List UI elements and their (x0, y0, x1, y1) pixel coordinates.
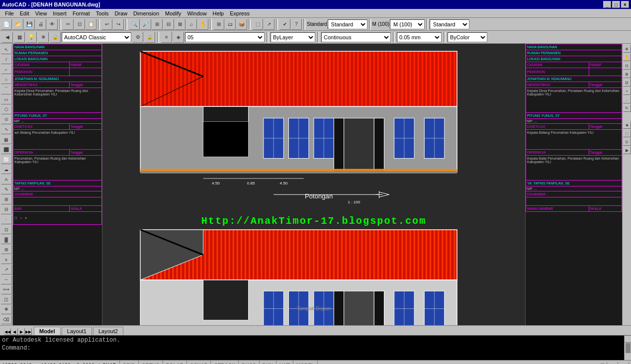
toolpalette-btn[interactable]: 📦 (236, 19, 247, 30)
tab-next-btn[interactable]: ▶ (18, 328, 25, 335)
color-select[interactable]: ByLayer (270, 32, 315, 42)
circle-tool[interactable]: ○ (1, 75, 12, 84)
autodesk-icon[interactable]: A (608, 362, 618, 364)
revision-tool[interactable]: ☁ (1, 165, 12, 174)
comm-center-icon[interactable]: 💬 (597, 362, 607, 364)
spline-tool[interactable]: ∿ (1, 125, 12, 134)
offset-tool[interactable]: ◫ (1, 295, 12, 304)
layer-prev-btn[interactable]: ◀ (2, 32, 13, 43)
arrow-tool[interactable]: ↖ (1, 45, 12, 54)
osnap-btn[interactable]: OSNAP (187, 361, 211, 364)
dyn-btn[interactable]: DYN (260, 361, 276, 364)
layer-lights-btn[interactable]: 💡 (26, 32, 37, 43)
xref-btn[interactable]: ↗ (264, 19, 274, 30)
rt-3d-orbit[interactable]: ↻ (623, 104, 631, 112)
arc-tool[interactable]: ⌒ (1, 85, 12, 94)
maximize-btn[interactable]: □ (612, 1, 620, 8)
rt-zoom-realtime[interactable]: ⊕ (623, 45, 631, 53)
menu-express[interactable]: Express (227, 10, 253, 17)
rt-showmotion[interactable]: ▶ (623, 146, 631, 154)
redo-btn[interactable]: ↪ (113, 19, 124, 30)
measure-tool[interactable]: ⊡ (1, 225, 12, 234)
ellipse-tool[interactable]: ⊙ (1, 115, 12, 124)
model-btn[interactable]: MODEL (293, 361, 318, 364)
insert-tool[interactable]: ⊟ (1, 205, 12, 214)
layer-state-btn[interactable]: ◈ (173, 32, 184, 43)
menu-dimension[interactable]: Dimension (130, 10, 162, 17)
layer-mgr-btn[interactable]: ≡ (161, 32, 172, 43)
command-input-field[interactable] (33, 345, 132, 352)
linetype-select[interactable]: Continuous (321, 32, 391, 42)
zoomdynamic-btn[interactable]: ⌕ (186, 19, 197, 30)
zoomwindow-btn[interactable]: ⊠ (175, 19, 185, 30)
rt-zoom-all[interactable]: ⊞ (623, 70, 631, 78)
region-tool[interactable]: ⬛ (1, 145, 12, 154)
leader-tool[interactable]: ↗ (1, 265, 12, 274)
menu-modify[interactable]: Modify (162, 10, 184, 17)
zoomout-btn[interactable]: 🔎 (140, 19, 151, 30)
menu-view[interactable]: View (32, 10, 50, 17)
lockui-btn[interactable]: 🔒 (144, 32, 155, 43)
rectangle-tool[interactable]: ▭ (1, 95, 12, 104)
polar-btn[interactable]: POLAR (163, 361, 187, 364)
workspace-select[interactable]: AutoCAD Classic (62, 32, 131, 42)
wipeout-tool[interactable]: ⬜ (1, 155, 12, 164)
plotstyle-select[interactable]: ByColor (448, 32, 487, 42)
grid-btn[interactable]: GRID (120, 361, 139, 364)
tolerance-tool[interactable]: ± (1, 255, 12, 264)
rt-zoom-window[interactable]: ⊡ (623, 62, 631, 70)
snap-btn[interactable]: SNAP (99, 361, 120, 364)
tab-model[interactable]: Model (34, 327, 61, 335)
rt-steering[interactable]: ⊙ (623, 138, 631, 146)
menu-help[interactable]: Help (210, 10, 227, 17)
scale-select[interactable]: M (100) (390, 19, 425, 29)
menu-edit[interactable]: Edit (17, 10, 32, 17)
zoomextents-btn[interactable]: ⊞ (152, 19, 163, 30)
ortho-btn[interactable]: ORTHO (139, 361, 163, 364)
paste-btn[interactable]: 📋 (86, 19, 96, 30)
zoomin-btn[interactable]: 🔍 (129, 19, 140, 30)
menu-tools[interactable]: Tools (93, 10, 112, 17)
mtext-tool[interactable]: A (1, 175, 12, 184)
rt-viewcube[interactable]: ⬚ (623, 129, 631, 137)
save-btn[interactable]: 💾 (24, 19, 35, 30)
help-btn[interactable]: ? (291, 19, 302, 30)
tab-layout2[interactable]: Layout2 (93, 327, 123, 335)
tab-last-btn[interactable]: ▶▶ (25, 328, 32, 335)
tab-layout1[interactable]: Layout1 (62, 327, 92, 335)
align-dim-tool[interactable]: ↔ (1, 275, 12, 284)
polyline-tool[interactable]: ⌐ (1, 65, 12, 74)
lwt-btn[interactable]: LWT (276, 361, 293, 364)
tray-icon1[interactable]: ⚙ (619, 362, 629, 364)
lineweight-select[interactable]: 0.05 mm (397, 32, 442, 42)
print-btn[interactable]: 🖨 (35, 19, 46, 30)
style-select[interactable]: Standard (328, 19, 367, 29)
tab-first-btn[interactable]: ◀◀ (4, 328, 11, 335)
tab-scroll-btns[interactable]: ◀◀ ◀ ▶ ▶▶ (4, 328, 32, 335)
properties-btn[interactable]: ⊞ (213, 19, 224, 30)
gradient-tool[interactable]: ▓ (1, 235, 12, 244)
close-btn[interactable]: × (621, 1, 629, 8)
line-tool[interactable]: / (1, 55, 12, 64)
cmd-scroll-up[interactable]: ▲ (625, 336, 631, 343)
point-tool[interactable]: · (1, 215, 12, 224)
copy-btn[interactable]: ⊡ (74, 19, 85, 30)
cmd-scroll-down[interactable]: ▼ (625, 354, 631, 361)
pan-btn[interactable]: ✋ (197, 19, 208, 30)
menu-window[interactable]: Window (184, 10, 209, 17)
rt-zoom-out[interactable]: - (623, 95, 631, 103)
dim-tool[interactable]: ⟺ (1, 285, 12, 294)
menu-format[interactable]: Format (70, 10, 93, 17)
block-tool[interactable]: ⊞ (1, 195, 12, 204)
dimstyle-select[interactable]: Standard (430, 19, 469, 29)
tab-prev-btn[interactable]: ◀ (11, 328, 18, 335)
undo-btn[interactable]: ↩ (101, 19, 112, 30)
standards-btn[interactable]: ✔ (279, 19, 290, 30)
rt-zoom-extents[interactable]: ⊟ (623, 79, 631, 87)
table-tool[interactable]: ⊞ (1, 245, 12, 254)
preview-btn[interactable]: 👁 (47, 19, 58, 30)
layer-freeze-btn[interactable]: ❄ (38, 32, 49, 43)
insert-block-btn[interactable]: ⬚ (252, 19, 263, 30)
polygon-tool[interactable]: ⬡ (1, 105, 12, 114)
menu-insert[interactable]: Insert (50, 10, 70, 17)
